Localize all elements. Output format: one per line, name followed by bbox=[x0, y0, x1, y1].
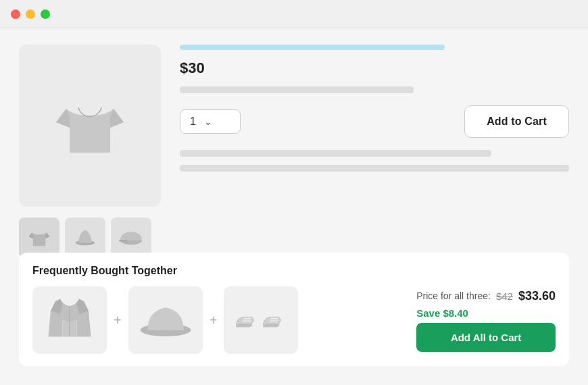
thumbnail-3[interactable] bbox=[111, 217, 151, 258]
minimize-dot[interactable] bbox=[26, 9, 35, 19]
fbt-pricing: Price for all three: $42 $33.60 Save $8.… bbox=[416, 289, 556, 352]
fbt-item-1[interactable] bbox=[32, 286, 107, 354]
fbt-section: Frequently Bought Together + bbox=[19, 253, 569, 366]
close-dot[interactable] bbox=[11, 9, 20, 19]
action-row: 1 ⌄ Add to Cart bbox=[180, 105, 569, 138]
fbt-items: + + bbox=[32, 286, 403, 354]
fbt-original-price: $42 bbox=[496, 290, 513, 302]
fbt-save-text: Save $8.40 bbox=[416, 307, 556, 319]
hat-icon bbox=[139, 300, 193, 340]
chevron-down-icon: ⌄ bbox=[204, 116, 212, 127]
product-price: $30 bbox=[180, 59, 569, 77]
fbt-body: + + bbox=[32, 286, 556, 354]
shoes-icon bbox=[234, 300, 288, 340]
thumb-tshirt-icon bbox=[28, 225, 51, 251]
jacket-icon bbox=[46, 293, 93, 347]
loading-bar bbox=[180, 45, 445, 50]
thumb-hat-icon bbox=[75, 224, 95, 251]
product-image-container bbox=[19, 45, 161, 207]
fbt-price-label: Price for all three: bbox=[416, 290, 491, 301]
quantity-selector[interactable]: 1 ⌄ bbox=[180, 109, 241, 134]
tshirt-icon bbox=[53, 88, 127, 163]
quantity-value: 1 bbox=[190, 116, 196, 128]
fbt-plus-1: + bbox=[114, 313, 122, 328]
title-bar bbox=[0, 0, 588, 28]
product-details: $30 1 ⌄ Add to Cart bbox=[180, 45, 569, 207]
maximize-dot[interactable] bbox=[41, 9, 50, 19]
skeleton-line-2 bbox=[180, 150, 491, 157]
skeleton-line-1 bbox=[180, 86, 414, 93]
skeleton-line-3 bbox=[180, 165, 569, 172]
product-section: $30 1 ⌄ Add to Cart bbox=[19, 45, 569, 207]
fbt-plus-2: + bbox=[210, 313, 218, 328]
fbt-item-2[interactable] bbox=[128, 286, 203, 354]
add-to-cart-button[interactable]: Add to Cart bbox=[464, 105, 569, 138]
thumb-cap-icon bbox=[118, 228, 145, 248]
thumbnail-row bbox=[19, 217, 569, 258]
main-content: $30 1 ⌄ Add to Cart bbox=[0, 28, 588, 385]
fbt-new-price: $33.60 bbox=[518, 289, 556, 303]
fbt-item-3[interactable] bbox=[224, 286, 298, 354]
thumbnail-2[interactable] bbox=[65, 217, 105, 258]
thumbnail-1[interactable] bbox=[19, 217, 59, 258]
fbt-title: Frequently Bought Together bbox=[32, 265, 556, 277]
fbt-price-row: Price for all three: $42 $33.60 bbox=[416, 289, 556, 303]
detail-lines bbox=[180, 150, 569, 172]
fbt-add-all-button[interactable]: Add All to Cart bbox=[416, 323, 556, 352]
svg-rect-2 bbox=[119, 240, 127, 241]
